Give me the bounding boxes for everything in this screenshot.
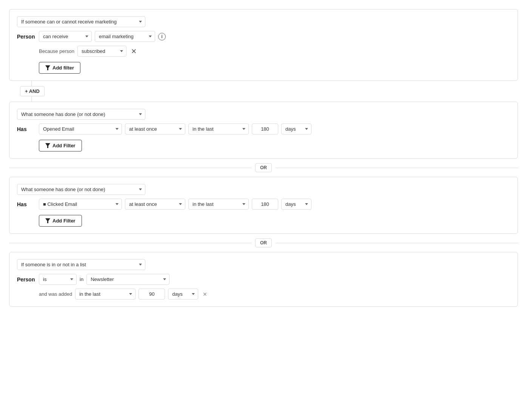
svg-marker-2 <box>45 218 50 223</box>
person-type-select[interactable]: email marketing <box>95 31 155 42</box>
svg-marker-0 <box>45 65 50 70</box>
days-select-3[interactable]: days <box>281 199 311 210</box>
condition-type-select-1[interactable]: If someone can or cannot receive marketi… <box>17 16 145 27</box>
has-label-2: Has <box>17 126 36 132</box>
added-number-input[interactable] <box>139 289 165 300</box>
number-input-2[interactable] <box>252 124 278 134</box>
vertical-line-1 <box>31 81 32 86</box>
event-select-3[interactable]: ■ Clicked Email <box>39 199 122 210</box>
list-status-select[interactable]: is <box>39 274 77 285</box>
person-label-1: Person <box>17 34 36 40</box>
frequency-select-3[interactable]: at least once <box>125 199 185 210</box>
and-was-added-label: and was added <box>39 291 72 297</box>
and-btn[interactable]: + AND <box>20 86 45 96</box>
remove-added-btn[interactable]: ✕ <box>201 291 209 298</box>
condition-type-select-4[interactable]: If someone is in or not in a list <box>17 259 145 270</box>
because-label: Because person <box>39 48 74 54</box>
info-icon[interactable]: i <box>158 33 166 40</box>
condition-type-select-2[interactable]: What someone has done (or not done) <box>17 109 145 120</box>
or-connector-1: OR <box>9 159 518 177</box>
condition-block-2: What someone has done (or not done) Has … <box>9 102 518 159</box>
added-time-select[interactable]: in the last <box>75 289 136 300</box>
list-name-select[interactable]: Newsletter <box>86 274 170 285</box>
svg-marker-1 <box>45 143 50 148</box>
timeframe-select-3[interactable]: in the last <box>188 199 249 210</box>
or-btn-2[interactable]: OR <box>255 238 272 247</box>
filter-icon-3 <box>45 218 50 223</box>
person-label-4: Person <box>17 276 36 283</box>
filter-icon-2 <box>45 143 50 148</box>
condition-block-4: If someone is in or not in a list Person… <box>9 252 518 307</box>
add-filter-btn-1[interactable]: Add filter <box>39 62 80 74</box>
or-connector-2: OR <box>9 234 518 252</box>
add-filter-btn-3[interactable]: Add Filter <box>39 215 82 227</box>
event-select-2[interactable]: Opened Email <box>39 124 122 134</box>
number-input-3[interactable] <box>252 199 278 210</box>
or-btn-1[interactable]: OR <box>255 163 272 172</box>
added-days-select[interactable]: days <box>168 289 198 300</box>
condition-type-select-3[interactable]: What someone has done (or not done) <box>17 184 145 195</box>
condition-block-3: What someone has done (or not done) Has … <box>9 177 518 234</box>
days-select-2[interactable]: days <box>281 124 311 134</box>
has-label-3: Has <box>17 201 36 207</box>
vertical-line-2 <box>31 96 32 102</box>
frequency-select-2[interactable]: at least once <box>125 124 185 134</box>
in-label: in <box>80 276 83 282</box>
filter-icon-1 <box>45 65 50 70</box>
timeframe-select-2[interactable]: in the last <box>188 124 249 134</box>
person-status-select[interactable]: can receive <box>39 31 92 42</box>
remove-because-btn[interactable]: ✕ <box>129 47 138 56</box>
and-connector: + AND <box>9 81 518 102</box>
condition-block-1: If someone can or cannot receive marketi… <box>9 9 518 81</box>
because-select[interactable]: subscribed <box>77 46 126 57</box>
add-filter-btn-2[interactable]: Add Filter <box>39 140 82 151</box>
